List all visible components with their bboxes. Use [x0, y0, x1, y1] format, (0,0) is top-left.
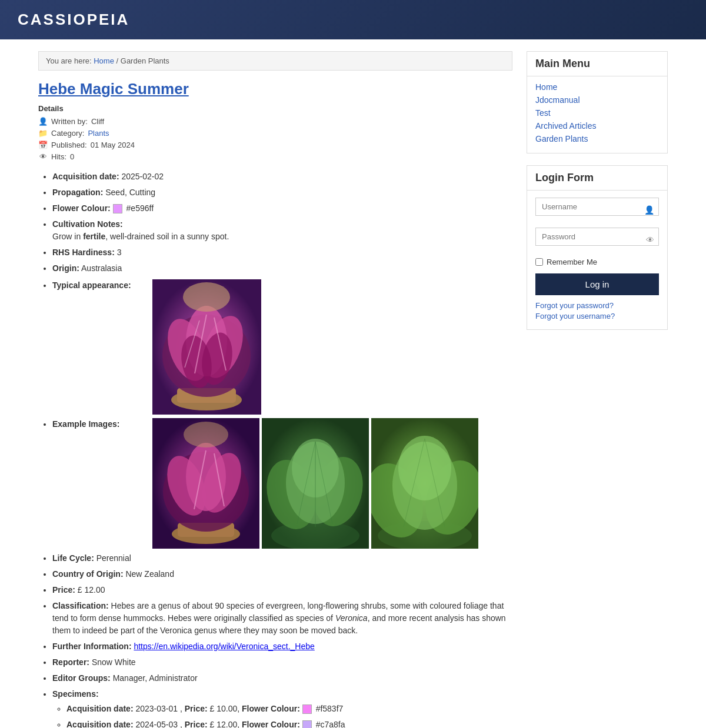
field-rhs-hardiness: RHS Hardiness: 3	[52, 246, 512, 259]
remember-row: Remember Me	[535, 258, 659, 266]
field-price: Price: £ 12.00	[52, 584, 512, 596]
breadcrumb-current: Garden Plants	[121, 56, 169, 65]
svg-point-22	[184, 422, 228, 448]
calendar-icon: 📅	[38, 140, 48, 149]
field-classification: Classification: Hebes are a genus of abo…	[52, 600, 512, 637]
breadcrumb-separator: /	[116, 56, 121, 65]
main-menu-title: Main Menu	[527, 52, 667, 76]
password-input[interactable]	[535, 228, 659, 246]
specimen-1: Acquisition date: 2023-03-01 , Price: £ …	[66, 703, 512, 715]
breadcrumb: You are here: Home / Garden Plants	[38, 51, 512, 71]
published-label: Published:	[51, 141, 87, 149]
fields-list: Acquisition date: 2025-02-02 Propagation…	[38, 171, 512, 275]
author-label: Written by:	[51, 117, 88, 126]
sidebar-item-test[interactable]: Test	[535, 108, 659, 118]
main-menu-list: Home Jdocmanual Test Archived Articles G…	[527, 76, 667, 153]
field-acquisition-date: Acquisition date: 2025-02-02	[52, 171, 512, 183]
field-propagation: Propagation: Seed, Cutting	[52, 186, 512, 199]
eye-icon: 👁	[646, 235, 654, 245]
example-image-3	[371, 418, 478, 549]
user-icon: 👤	[644, 205, 654, 215]
article-body: Acquisition date: 2025-02-02 Propagation…	[38, 171, 512, 728]
hits-value: 0	[70, 152, 74, 161]
main-content: You are here: Home / Garden Plants Hebe …	[38, 51, 512, 728]
field-specimens: Specimens: Acquisition date: 2023-03-01 …	[52, 688, 512, 728]
gallery-images	[152, 418, 478, 549]
field-reporter: Reporter: Snow White	[52, 656, 512, 669]
published-date: 01 May 2024	[91, 141, 135, 149]
specimens-list: Acquisition date: 2023-03-01 , Price: £ …	[52, 703, 512, 728]
site-header: CASSIOPEIA	[0, 0, 706, 39]
published-row: 📅 Published: 01 May 2024	[38, 140, 512, 149]
breadcrumb-home[interactable]: Home	[94, 56, 114, 65]
example-images-label: Example Images:	[52, 418, 152, 430]
hits-label: Hits:	[51, 152, 66, 161]
sidebar: Main Menu Home Jdocmanual Test Archived …	[527, 51, 668, 728]
login-form: 👤 👁 Remember Me Log in Forgot your passw…	[527, 191, 667, 329]
category-label: Category:	[51, 129, 84, 138]
breadcrumb-prefix: You are here:	[46, 56, 92, 65]
sidebar-item-archived-articles[interactable]: Archived Articles	[535, 121, 659, 131]
site-logo: CASSIOPEIA	[18, 11, 688, 29]
sidebar-item-garden-plants[interactable]: Garden Plants	[535, 134, 659, 143]
category-link[interactable]: Plants	[88, 129, 109, 138]
username-input[interactable]	[535, 198, 659, 216]
main-menu-box: Main Menu Home Jdocmanual Test Archived …	[527, 51, 668, 153]
login-form-title: Login Form	[527, 166, 667, 191]
colour-swatch-main	[113, 204, 122, 213]
forgot-password-link[interactable]: Forgot your password?	[535, 301, 659, 310]
sidebar-item-jdocmanual[interactable]: Jdocmanual	[535, 95, 659, 105]
colour-swatch-specimen-2	[302, 720, 312, 728]
login-links: Forgot your password? Forgot your userna…	[535, 301, 659, 320]
example-image-1	[152, 418, 259, 549]
field-country-of-origin: Country of Origin: New Zealand	[52, 568, 512, 580]
author-row: 👤 Written by: Cliff	[38, 116, 512, 126]
field-origin: Origin: Australasia	[52, 262, 512, 275]
field-life-cycle: Life Cycle: Perennial	[52, 552, 512, 565]
hits-row: 👁 Hits: 0	[38, 152, 512, 161]
svg-point-12	[183, 282, 230, 312]
colour-swatch-specimen-1	[302, 704, 312, 714]
person-icon: 👤	[38, 116, 48, 126]
category-row: 📁 Category: Plants	[38, 128, 512, 138]
login-form-box: Login Form 👤 👁 Remember Me Log in Forgot…	[527, 165, 668, 330]
field-editor-groups: Editor Groups: Manager, Administrator	[52, 672, 512, 684]
folder-icon: 📁	[38, 128, 48, 138]
typical-appearance-label: Typical appearance:	[52, 279, 152, 292]
author-value: Cliff	[91, 117, 104, 126]
further-info-link[interactable]: https://en.wikipedia.org/wiki/Veronica_s…	[134, 642, 314, 651]
example-images-item: Example Images:	[52, 418, 512, 549]
username-field-wrapper: 👤	[535, 198, 659, 222]
page-wrapper: You are here: Home / Garden Plants Hebe …	[29, 39, 677, 728]
field-cultivation-notes: Cultivation Notes: Grow in fertile, well…	[52, 218, 512, 243]
sidebar-item-home[interactable]: Home	[535, 82, 659, 92]
article-title: Hebe Magic Summer	[38, 80, 512, 98]
typical-appearance-item: Typical appearance:	[52, 279, 512, 415]
typical-appearance-image	[152, 279, 261, 415]
remember-me-checkbox[interactable]	[535, 258, 543, 266]
svg-point-37	[398, 436, 451, 500]
example-image-2	[262, 418, 369, 549]
specimen-2: Acquisition date: 2024-05-03 , Price: £ …	[66, 719, 512, 728]
eye-icon: 👁	[38, 152, 48, 161]
password-field-wrapper: 👁	[535, 228, 659, 252]
login-button[interactable]: Log in	[535, 273, 659, 295]
details-label: Details	[38, 104, 512, 113]
field-further-info: Further Information: https://en.wikipedi…	[52, 640, 512, 653]
field-flower-colour: Flower Colour: #e596ff	[52, 202, 512, 215]
remember-me-label: Remember Me	[547, 258, 597, 266]
forgot-username-link[interactable]: Forgot your username?	[535, 312, 659, 320]
